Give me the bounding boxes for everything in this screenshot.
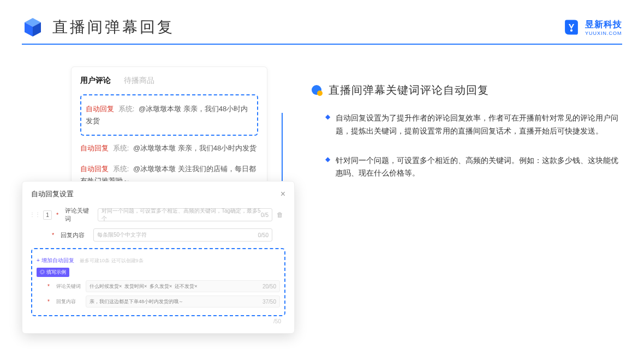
feature-header: 直播间弹幕关键词评论自动回复: [311, 83, 622, 98]
content-placeholder: 每条限50个中文字符: [97, 231, 147, 239]
content-count: 0/50: [258, 232, 269, 238]
settings-title: 自动回复设置: [31, 189, 74, 199]
drag-handle-icon[interactable]: ⋮⋮: [31, 212, 39, 218]
ex-keyword-label: 评论关键词: [56, 283, 81, 290]
close-icon[interactable]: ×: [281, 189, 285, 199]
bullet-text: 自动回复设置为了提升作者的评论回复效率，作者可在开播前针对常见的评论用户问题，提…: [336, 112, 622, 138]
comment-row: 自动回复 系统: @冰墩墩本墩 亲亲，我们48小时内发货: [80, 138, 258, 159]
tag-chip: 还不发货×: [175, 283, 197, 289]
content: 用户评论 待播商品 自动回复 系统: @冰墩墩本墩 亲亲，我们48小时内发货 自…: [0, 45, 644, 196]
highlighted-comment: 自动回复 系统: @冰墩墩本墩 亲亲，我们48小时内发货: [80, 94, 258, 136]
diamond-icon: ◆: [325, 154, 330, 180]
bullet-item: ◆ 针对同一个问题，可设置多个相近的、高频的关键词。例如：这款多少钱、这块能优惠…: [311, 154, 622, 180]
keyword-input[interactable]: 对同一个问题，可设置多个相近、高频的关键词，Tag确定，最多5个 0/5: [98, 208, 272, 221]
svg-point-4: [570, 29, 573, 32]
comment-row: 自动回复 系统: @冰墩墩本墩 亲亲，我们48小时内发货: [86, 99, 253, 131]
comment-body: @冰墩墩本墩 亲亲，我们48小时内发货: [133, 144, 257, 152]
outer-count: /50: [31, 316, 285, 324]
bullet-text: 针对同一个问题，可设置多个相近的、高频的关键词。例如：这款多少钱、这块能优惠吗、…: [336, 154, 622, 180]
comment-sys: 系统:: [118, 105, 135, 113]
brand-en: YUUXIN.COM: [585, 31, 622, 36]
settings-header: 自动回复设置 ×: [31, 189, 285, 199]
auto-reply-tag: 自动回复: [80, 165, 109, 173]
tag-chip: 什么时候发货×: [90, 283, 122, 289]
keyword-placeholder: 对同一个问题，可设置多个相近、高频的关键词，Tag确定，最多5个: [102, 207, 261, 222]
required-star: *: [56, 212, 61, 218]
comments-tabs: 用户评论 待播商品: [80, 76, 258, 86]
add-row: + 增加自动回复 最多可建10条 还可以创建9条: [37, 255, 280, 264]
brand-logo-icon: [562, 18, 581, 37]
divider: [22, 44, 622, 45]
page-header: 直播间弹幕回复 昱新科技 YUUXIN.COM: [0, 0, 644, 44]
auto-reply-tag: 自动回复: [86, 105, 114, 113]
example-badge: ◎ 填写示例: [37, 268, 69, 277]
page-title: 直播间弹幕回复: [52, 17, 175, 38]
ex-content-text: 亲，我们这边都是下单48小时内发货的哦～: [90, 298, 183, 305]
required-star: *: [52, 232, 56, 238]
example-keyword-row: * 评论关键词 什么时候发货× 发货时间× 多久发货× 还不发货× 20/50: [47, 280, 280, 292]
ex-content-field[interactable]: 亲，我们这边都是下单48小时内发货的哦～ 37/50: [86, 295, 280, 307]
example-group: + 增加自动回复 最多可建10条 还可以创建9条 ◎ 填写示例 * 评论关键词 …: [31, 248, 285, 316]
tag-chip: 多久发货×: [150, 283, 172, 289]
brand-text: 昱新科技 YUUXIN.COM: [585, 19, 622, 36]
settings-modal: 自动回复设置 × ⋮⋮ 1 * 评论关键词 对同一个问题，可设置多个相近、高频的…: [22, 181, 295, 334]
add-hint: 最多可建10条 还可以创建9条: [80, 258, 144, 263]
ex-kw-count: 20/50: [263, 283, 276, 289]
form-row-content: * 回复内容 每条限50个中文字符 0/50 🗑: [31, 228, 285, 242]
ex-content-label: 回复内容: [56, 298, 81, 305]
tag-chip: 发货时间×: [124, 283, 147, 289]
brand-cn: 昱新科技: [585, 19, 622, 31]
auto-reply-tag: 自动回复: [80, 144, 109, 152]
ex-keyword-field[interactable]: 什么时候发货× 发货时间× 多久发货× 还不发货× 20/50: [86, 280, 280, 292]
feature-title: 直播间弹幕关键词评论自动回复: [329, 83, 489, 98]
required-star: *: [47, 283, 52, 289]
ex-tags: 什么时候发货× 发货时间× 多久发货× 还不发货×: [90, 283, 198, 290]
comment-sys: 系统:: [113, 165, 129, 173]
tab-user-comments[interactable]: 用户评论: [80, 76, 111, 86]
ex-content-count: 37/50: [263, 299, 276, 305]
example-content-row: * 回复内容 亲，我们这边都是下单48小时内发货的哦～ 37/50: [47, 295, 280, 307]
brand: 昱新科技 YUUXIN.COM: [562, 18, 622, 37]
diamond-icon: ◆: [325, 112, 330, 138]
keyword-label: 评论关键词: [65, 207, 93, 223]
row-index: 1: [43, 210, 52, 220]
svg-point-6: [317, 90, 323, 96]
cube-icon: [22, 16, 44, 38]
required-star: *: [47, 299, 52, 305]
tab-pending-products[interactable]: 待播商品: [124, 76, 154, 86]
form-row-keyword: ⋮⋮ 1 * 评论关键词 对同一个问题，可设置多个相近、高频的关键词，Tag确定…: [31, 207, 285, 223]
content-input[interactable]: 每条限50个中文字符 0/50: [93, 228, 272, 242]
right-column: 直播间弹幕关键词评论自动回复 ◆ 自动回复设置为了提升作者的评论回复效率，作者可…: [311, 67, 622, 196]
content-label: 回复内容: [61, 231, 89, 239]
delete-icon[interactable]: 🗑: [277, 211, 285, 219]
add-auto-reply-link[interactable]: + 增加自动回复: [37, 257, 74, 263]
header-left: 直播间弹幕回复: [22, 16, 175, 38]
feature-bullet-icon: [311, 85, 323, 96]
bullet-item: ◆ 自动回复设置为了提升作者的评论回复效率，作者可在开播前针对常见的评论用户问题…: [311, 112, 622, 138]
comment-sys: 系统:: [113, 144, 129, 152]
keyword-count: 0/5: [261, 212, 269, 218]
